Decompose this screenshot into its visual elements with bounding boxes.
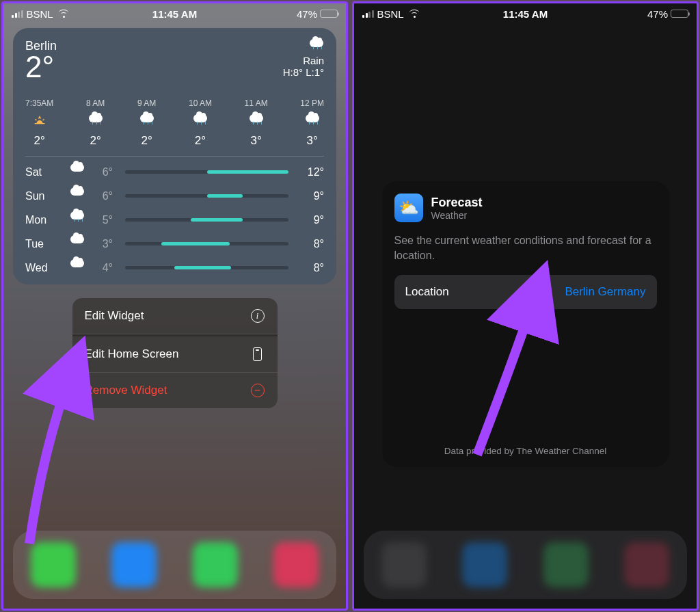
hour-temp: 2°: [195, 134, 206, 148]
dock-app[interactable]: [543, 542, 589, 587]
current-temperature: 2°: [25, 52, 57, 82]
phone-screenshot-right: BSNL 11:45 AM 47% ⛅ Forecast Weather See…: [352, 1, 699, 611]
rain-icon: ╵╵╵: [68, 211, 87, 228]
temp-range-bar: [125, 218, 288, 222]
weather-app-icon: ⛅: [394, 194, 423, 222]
condition-icon: ╵╵╵: [283, 39, 324, 55]
dock-app[interactable]: [31, 542, 76, 587]
condition-label: Rain: [283, 55, 324, 66]
location-row[interactable]: Location Berlin Germany: [394, 275, 657, 309]
dock-app[interactable]: [381, 542, 427, 587]
location-value: Berlin Germany: [565, 285, 645, 299]
dock: [364, 531, 687, 599]
signal-icon: [362, 10, 374, 18]
remove-widget-menu-item[interactable]: Remove Widget −: [72, 373, 278, 408]
daily-row: Tue3°8°: [25, 235, 324, 252]
hour-temp: 3°: [306, 134, 317, 148]
carrier-label: BSNL: [27, 8, 53, 20]
sheet-title: Forecast: [431, 196, 483, 210]
hourly-cell: 8 AM╵╵╵2°: [86, 98, 105, 148]
remove-icon: −: [250, 383, 265, 398]
high-temp: 8°: [301, 238, 324, 250]
phone-icon: [250, 347, 265, 362]
low-temp: 6°: [94, 190, 113, 202]
day-label: Sun: [25, 190, 61, 202]
hour-temp: 2°: [90, 134, 101, 148]
battery-icon: [671, 10, 688, 18]
hour-temp: 2°: [142, 134, 152, 148]
temp-range-bar: [125, 266, 288, 269]
widget-settings-sheet: ⛅ Forecast Weather See the current weath…: [382, 181, 669, 467]
low-temp: 4°: [94, 262, 113, 274]
status-time: 11:45 AM: [152, 8, 197, 20]
high-temp: 9°: [301, 190, 324, 202]
edit-widget-menu-item[interactable]: Edit Widget i: [72, 298, 278, 334]
status-time: 11:45 AM: [503, 8, 548, 20]
sheet-description: See the current weather conditions and f…: [394, 233, 657, 263]
cloud-icon: [68, 187, 87, 204]
location-label: Location: [405, 285, 449, 299]
high-low-label: H:8° L:1°: [283, 66, 324, 78]
hourly-forecast: 7:35AM2°8 AM╵╵╵2°9 AM╵╵╵2°10 AM╵╵╵2°11 A…: [25, 98, 324, 157]
info-icon: i: [250, 308, 265, 323]
dock-app[interactable]: [193, 542, 238, 587]
hour-time: 11 AM: [245, 98, 268, 108]
day-label: Wed: [25, 262, 61, 274]
battery-percent: 47%: [297, 8, 317, 20]
day-label: Sat: [25, 166, 61, 178]
daily-row: Wed4°8°: [25, 259, 324, 276]
dock-app[interactable]: [111, 542, 157, 587]
low-temp: 6°: [94, 166, 113, 178]
hourly-cell: 9 AM╵╵╵2°: [137, 98, 156, 148]
menu-item-label: Edit Home Screen: [85, 347, 179, 361]
battery-icon: [320, 10, 338, 18]
day-label: Tue: [25, 238, 61, 250]
widget-context-menu: Edit Widget i Edit Home Screen Remove Wi…: [72, 298, 278, 408]
menu-item-label: Edit Widget: [85, 309, 144, 323]
battery-percent: 47%: [647, 8, 668, 20]
dock-app[interactable]: [462, 542, 507, 587]
high-temp: 9°: [301, 214, 324, 226]
data-attribution: Data provided by The Weather Channel: [394, 446, 657, 456]
dock-app[interactable]: [624, 542, 669, 587]
daily-row: Sun6°9°: [25, 187, 324, 204]
hour-time: 7:35AM: [25, 98, 53, 108]
hourly-cell: 11 AM╵╵╵3°: [245, 98, 268, 148]
daily-row: Mon╵╵╵5°9°: [25, 211, 324, 228]
hour-time: 9 AM: [137, 98, 156, 108]
cloud-icon: [68, 259, 87, 276]
high-temp: 12°: [301, 166, 324, 178]
hour-temp: 2°: [34, 134, 45, 148]
hour-time: 10 AM: [189, 98, 212, 108]
status-bar: BSNL 11:45 AM 47%: [354, 3, 697, 23]
temp-range-bar: [125, 170, 288, 174]
rain-icon: ╵╵╵: [88, 114, 103, 129]
sunrise-icon: [32, 114, 47, 129]
weather-widget[interactable]: Berlin 2° ╵╵╵ Rain H:8° L:1° 7:35AM2°8 A…: [13, 28, 336, 284]
dock-app[interactable]: [273, 542, 319, 587]
hour-time: 12 PM: [300, 98, 324, 108]
dock: [13, 531, 336, 599]
temp-range-bar: [125, 242, 288, 245]
daily-forecast: Sat6°12°Sun6°9°Mon╵╵╵5°9°Tue3°8°Wed4°8°: [25, 163, 324, 276]
phone-screenshot-left: BSNL 11:45 AM 47% Berlin 2° ╵╵╵ Rain H:8…: [1, 1, 348, 611]
rain-icon: ╵╵╵: [139, 114, 154, 129]
low-temp: 3°: [94, 238, 113, 250]
temp-range-bar: [125, 194, 288, 198]
edit-home-screen-menu-item[interactable]: Edit Home Screen: [72, 334, 278, 373]
signal-icon: [12, 10, 23, 18]
high-temp: 8°: [301, 262, 324, 274]
hourly-cell: 7:35AM2°: [25, 98, 53, 148]
sheet-subtitle: Weather: [431, 210, 483, 221]
cloud-icon: [68, 235, 87, 252]
hour-time: 8 AM: [86, 98, 105, 108]
wifi-icon: [58, 10, 70, 18]
rain-icon: ╵╵╵: [305, 114, 320, 129]
carrier-label: BSNL: [377, 8, 404, 20]
daily-row: Sat6°12°: [25, 163, 324, 181]
status-bar: BSNL 11:45 AM 47%: [3, 3, 346, 23]
wifi-icon: [409, 10, 420, 18]
cloud-icon: [68, 163, 87, 181]
rain-icon: ╵╵╵: [193, 114, 208, 129]
rain-icon: ╵╵╵: [249, 114, 264, 129]
